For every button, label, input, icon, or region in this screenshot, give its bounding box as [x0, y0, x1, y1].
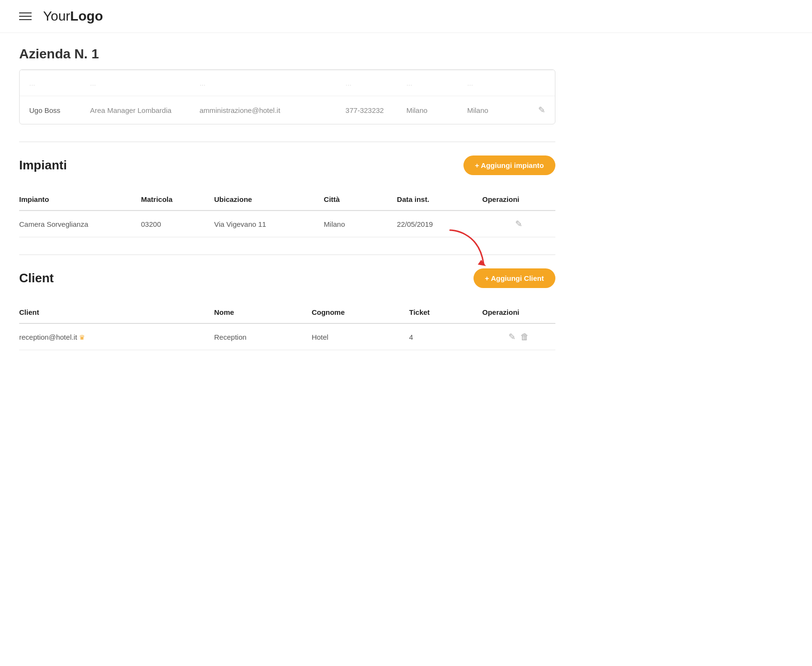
- impianti-citta-0: Milano: [324, 211, 397, 237]
- col-ticket-header: Ticket: [409, 301, 483, 323]
- hamburger-menu[interactable]: [19, 12, 32, 20]
- col-nome-header: Nome: [214, 301, 312, 323]
- client-edit-icon-0[interactable]: ✎: [508, 333, 516, 341]
- contacts-table: ... ... ... ... ... ... Ugo Boss Area Ma…: [20, 70, 555, 124]
- impianti-section-header: Impianti + Aggiungi impianto: [19, 155, 555, 175]
- impianti-row: Camera Sorveglianza 03200 Via Vigevano 1…: [19, 211, 555, 237]
- divider-2: [19, 255, 555, 255]
- client-header-row: Client Nome Cognome Ticket Operazioni: [19, 301, 555, 323]
- col-impianto-header: Impianto: [19, 189, 141, 211]
- client-table: Client Nome Cognome Ticket Operazioni re…: [19, 301, 555, 350]
- contact-phone: 377-323232: [336, 96, 397, 124]
- add-impianto-button[interactable]: + Aggiungi impianto: [463, 155, 555, 175]
- contact-edit-icon[interactable]: ✎: [538, 105, 545, 115]
- client-ticket-0: 4: [409, 323, 483, 350]
- page-title: Azienda N. 1: [19, 33, 555, 69]
- contact-role: Area Manager Lombardia: [80, 96, 190, 124]
- crown-icon: ♛: [79, 333, 85, 341]
- client-email-0: reception@hotel.it♛: [19, 323, 214, 350]
- impianti-title: Impianti: [19, 158, 67, 173]
- divider-1: [19, 142, 555, 142]
- col-cognome-header: Cognome: [312, 301, 409, 323]
- client-ops-0: ✎ 🗑: [482, 323, 555, 350]
- col-citta-header: Città: [324, 189, 397, 211]
- impianti-data-0: 22/05/2019: [397, 211, 482, 237]
- client-title: Client: [19, 271, 54, 286]
- client-cognome-0: Hotel: [312, 323, 409, 350]
- impianti-header-row: Impianto Matricola Ubicazione Città Data…: [19, 189, 555, 211]
- col-client-header: Client: [19, 301, 214, 323]
- col-ubicazione-header: Ubicazione: [214, 189, 324, 211]
- col-ops-header: Operazioni: [482, 301, 555, 323]
- col-operazioni-header: Operazioni: [482, 189, 555, 211]
- client-section-header: Client + Aggiungi Client: [19, 268, 555, 288]
- logo: YourLogo: [43, 9, 103, 24]
- col-matricola-header: Matricola: [141, 189, 214, 211]
- impianti-ubicazione-0: Via Vigevano 11: [214, 211, 324, 237]
- contacts-row: Ugo Boss Area Manager Lombardia amminist…: [20, 96, 555, 124]
- impianti-table: Impianto Matricola Ubicazione Città Data…: [19, 189, 555, 237]
- contacts-row-faded: ... ... ... ... ... ...: [20, 70, 555, 96]
- contact-city1: Milano: [397, 96, 458, 124]
- logo-bold: Logo: [70, 9, 103, 23]
- contact-name: Ugo Boss: [20, 96, 80, 124]
- contacts-table-wrapper: ... ... ... ... ... ... Ugo Boss Area Ma…: [19, 69, 555, 124]
- svg-marker-0: [478, 260, 486, 266]
- impianti-impianto-0: Camera Sorveglianza: [19, 211, 141, 237]
- client-delete-icon-0[interactable]: 🗑: [520, 333, 529, 341]
- logo-your: Your: [43, 9, 70, 23]
- impianti-edit-icon-0[interactable]: ✎: [515, 219, 522, 229]
- col-data-header: Data inst.: [397, 189, 482, 211]
- add-client-button[interactable]: + Aggiungi Client: [474, 268, 555, 288]
- contact-city2: Milano: [458, 96, 519, 124]
- client-nome-0: Reception: [214, 323, 312, 350]
- client-row: reception@hotel.it♛ Reception Hotel 4 ✎ …: [19, 323, 555, 350]
- contact-email: amministrazione@hotel.it: [190, 96, 336, 124]
- header: YourLogo: [0, 0, 812, 33]
- impianti-ops-0: ✎: [482, 211, 555, 237]
- page-content: Azienda N. 1 ... ... ... ... ... ... Ugo…: [0, 33, 575, 379]
- impianti-matricola-0: 03200: [141, 211, 214, 237]
